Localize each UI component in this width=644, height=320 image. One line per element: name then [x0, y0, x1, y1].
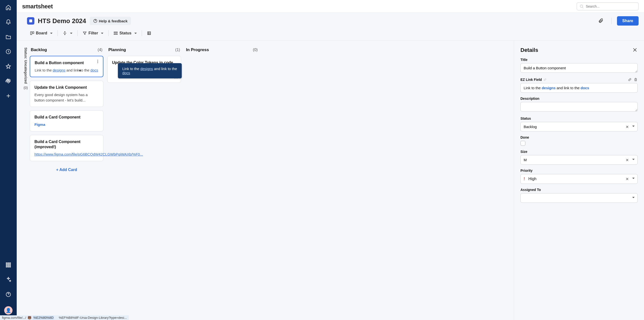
nav-home[interactable] — [6, 5, 11, 11]
column-count: (0) — [253, 48, 258, 52]
card-body: Figma — [34, 122, 99, 127]
nav-avatar[interactable]: 👤 — [4, 306, 12, 314]
ezlink-docs[interactable]: docs — [581, 86, 589, 90]
card-link-docs[interactable]: docs — [90, 68, 98, 72]
details-panel: Details Title EZ Link Field Link to th — [514, 41, 644, 320]
done-field-label: Done — [520, 135, 638, 139]
title-input[interactable] — [520, 63, 638, 73]
bear-emoji-icon: 🐻 — [28, 316, 32, 319]
priority-value: High — [528, 177, 536, 181]
card-build-card-component[interactable]: Build a Card Component Figma — [30, 110, 104, 131]
chevron-down-icon[interactable] — [632, 196, 635, 200]
filter-icon — [82, 31, 87, 35]
ezlink-value[interactable]: Link to the designs and link to the docs — [520, 83, 638, 93]
status-label: Status — [119, 31, 132, 35]
filter-button[interactable]: Filter — [80, 30, 106, 37]
card-link-figma-url[interactable]: https://www.figma.com/file/pG6BCQdW42CLG… — [34, 152, 143, 156]
nav-folder[interactable] — [6, 34, 11, 41]
nav-rail: 👤 — [0, 0, 17, 320]
ezlink-designs[interactable]: designs — [542, 86, 556, 90]
svg-rect-8 — [8, 264, 9, 265]
nav-help[interactable] — [6, 291, 11, 298]
priority-clear-button[interactable]: ✕ — [626, 177, 629, 181]
size-clear-button[interactable]: ✕ — [626, 158, 629, 162]
view-label: Board — [36, 31, 47, 35]
priority-select[interactable]: ! High — [520, 174, 638, 184]
row-height-icon — [63, 31, 67, 35]
link-preview-tooltip: Link to the designs and link to the docs — [118, 63, 182, 78]
assigned-field-label: Assigned To — [520, 188, 638, 192]
svg-point-22 — [98, 60, 98, 61]
status-field-label: Status — [520, 117, 638, 120]
svg-point-23 — [98, 61, 98, 62]
card-link-designs[interactable]: designs — [53, 68, 66, 72]
card-title: Build a Button component — [35, 60, 98, 66]
tooltip-link-designs[interactable]: designs — [140, 67, 153, 71]
help-icon — [93, 19, 98, 23]
svg-rect-20 — [114, 34, 118, 35]
global-search[interactable] — [577, 3, 638, 10]
svg-rect-7 — [6, 264, 7, 265]
nav-apps[interactable] — [6, 262, 11, 269]
priority-field-label: Priority — [520, 169, 638, 173]
svg-point-14 — [580, 5, 583, 8]
column-count: (4) — [98, 48, 103, 52]
add-card-button[interactable]: Add Card — [30, 165, 104, 175]
card-build-card-component-improved[interactable]: Build a Card Component (improved!) https… — [30, 135, 104, 161]
card-title: Build a Card Component (improved!) — [34, 139, 99, 150]
nav-workspaces[interactable] — [6, 78, 11, 85]
assigned-select[interactable] — [520, 193, 638, 203]
ezlink-field-label: EZ Link Field — [520, 78, 638, 82]
card-menu-button[interactable] — [96, 59, 100, 65]
nav-notifications[interactable] — [6, 19, 11, 26]
card-update-link-component[interactable]: Update the Link Component Every good des… — [30, 81, 104, 107]
svg-rect-17 — [30, 32, 32, 35]
card-link-figma[interactable]: Figma — [34, 122, 45, 127]
chevron-down-icon[interactable] — [632, 125, 635, 129]
share-button[interactable]: Share — [617, 16, 638, 26]
tooltip-link-docs[interactable]: docs — [122, 71, 130, 75]
open-link-icon[interactable] — [628, 78, 632, 82]
nav-add[interactable] — [6, 93, 11, 100]
workspace-icon — [27, 17, 34, 25]
status-icon — [114, 31, 118, 35]
size-select[interactable] — [520, 155, 638, 165]
divider — [611, 18, 612, 24]
chevron-down-icon[interactable] — [632, 177, 635, 181]
view-switcher[interactable]: Board — [27, 30, 56, 37]
help-feedback-button[interactable]: Help & feedback — [90, 17, 131, 25]
nav-recent[interactable] — [6, 49, 11, 56]
status-select[interactable] — [520, 122, 638, 132]
svg-rect-11 — [8, 266, 9, 267]
nav-ai[interactable] — [6, 277, 11, 284]
browser-status-bar: figma.com/file/.../🐻%E2%80%8D %EF%B8%8F-… — [0, 315, 129, 320]
size-field-label: Size — [520, 150, 638, 154]
status-clear-button[interactable]: ✕ — [626, 124, 629, 129]
search-input[interactable] — [586, 5, 636, 8]
details-close-button[interactable] — [632, 47, 638, 53]
column-title: Planning — [108, 48, 126, 52]
svg-rect-5 — [8, 263, 9, 264]
svg-rect-18 — [33, 32, 34, 34]
attachments-button[interactable] — [596, 17, 606, 25]
trash-icon[interactable] — [634, 78, 638, 82]
groupby-button[interactable]: Status — [110, 30, 140, 37]
nav-favorites[interactable] — [6, 63, 11, 70]
row-height-button[interactable] — [60, 30, 76, 37]
search-icon — [580, 4, 584, 9]
card-title: Update the Link Component — [34, 85, 99, 90]
table-view-button[interactable] — [144, 30, 154, 37]
app-logo: smartsheet — [22, 3, 53, 10]
svg-rect-12 — [10, 266, 10, 267]
card-build-button-component[interactable]: Build a Button component Link to the des… — [30, 56, 104, 77]
workspace-header: HTS Demo 2024 Help & feedback Share — [17, 13, 644, 28]
svg-rect-6 — [10, 263, 10, 264]
uncategorized-count: (0) — [24, 86, 28, 90]
svg-point-24 — [98, 63, 98, 63]
done-checkbox[interactable] — [520, 141, 525, 146]
description-input[interactable] — [520, 102, 638, 112]
card-body: https://www.figma.com/file/pG6BCQdW42CLG… — [34, 152, 99, 157]
uncategorized-lane-label[interactable]: Status: Uncategorized (0) — [24, 48, 30, 320]
chevron-down-icon[interactable] — [632, 158, 635, 162]
column-backlog: Backlog (4) Build a Button component Lin… — [30, 48, 104, 320]
